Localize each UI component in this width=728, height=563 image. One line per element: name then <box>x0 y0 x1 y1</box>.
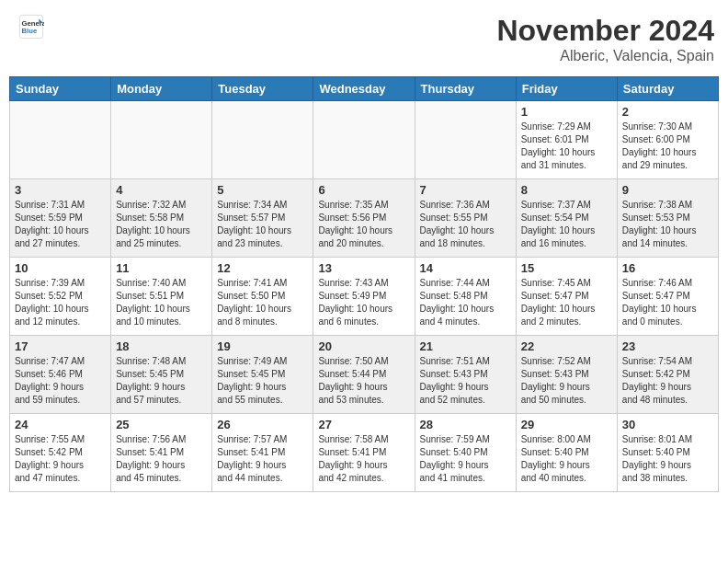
calendar-day: 28Sunrise: 7:59 AM Sunset: 5:40 PM Dayli… <box>415 414 516 492</box>
day-info: Sunrise: 7:29 AM Sunset: 6:01 PM Dayligh… <box>521 121 612 172</box>
calendar-day: 15Sunrise: 7:45 AM Sunset: 5:47 PM Dayli… <box>516 258 617 336</box>
day-info: Sunrise: 7:37 AM Sunset: 5:54 PM Dayligh… <box>521 199 612 250</box>
calendar-day <box>313 101 415 179</box>
day-info: Sunrise: 7:43 AM Sunset: 5:49 PM Dayligh… <box>318 277 409 328</box>
day-number: 13 <box>318 261 409 275</box>
calendar-day <box>415 101 516 179</box>
calendar-day: 8Sunrise: 7:37 AM Sunset: 5:54 PM Daylig… <box>516 179 617 258</box>
day-number: 26 <box>217 418 308 431</box>
col-header-monday: Monday <box>111 77 212 101</box>
day-info: Sunrise: 7:36 AM Sunset: 5:55 PM Dayligh… <box>420 199 511 250</box>
calendar-day: 20Sunrise: 7:50 AM Sunset: 5:44 PM Dayli… <box>313 336 415 414</box>
title-block: November 2024 Alberic, Valencia, Spain <box>496 14 714 64</box>
calendar-day <box>212 101 313 179</box>
day-info: Sunrise: 8:00 AM Sunset: 5:40 PM Dayligh… <box>521 433 612 485</box>
calendar-day: 10Sunrise: 7:39 AM Sunset: 5:52 PM Dayli… <box>10 258 111 336</box>
day-number: 15 <box>521 261 612 275</box>
calendar-week-row-3: 17Sunrise: 7:47 AM Sunset: 5:46 PM Dayli… <box>10 336 719 414</box>
day-number: 10 <box>15 261 106 275</box>
day-number: 21 <box>420 339 511 353</box>
calendar-week-row-0: 1Sunrise: 7:29 AM Sunset: 6:01 PM Daylig… <box>10 101 719 179</box>
calendar-day: 21Sunrise: 7:51 AM Sunset: 5:43 PM Dayli… <box>415 336 516 414</box>
svg-text:Blue: Blue <box>22 27 38 35</box>
day-info: Sunrise: 7:35 AM Sunset: 5:56 PM Dayligh… <box>318 199 409 250</box>
calendar-week-row-2: 10Sunrise: 7:39 AM Sunset: 5:52 PM Dayli… <box>10 258 719 336</box>
day-info: Sunrise: 8:01 AM Sunset: 5:40 PM Dayligh… <box>622 433 713 485</box>
day-info: Sunrise: 7:59 AM Sunset: 5:40 PM Dayligh… <box>420 433 511 485</box>
calendar-day: 5Sunrise: 7:34 AM Sunset: 5:57 PM Daylig… <box>212 179 313 258</box>
calendar-day: 29Sunrise: 8:00 AM Sunset: 5:40 PM Dayli… <box>516 414 617 492</box>
day-number: 30 <box>622 418 713 431</box>
calendar-day: 11Sunrise: 7:40 AM Sunset: 5:51 PM Dayli… <box>111 258 212 336</box>
day-info: Sunrise: 7:32 AM Sunset: 5:58 PM Dayligh… <box>116 199 207 250</box>
day-number: 18 <box>116 339 207 353</box>
day-number: 14 <box>420 261 511 275</box>
calendar-day: 30Sunrise: 8:01 AM Sunset: 5:40 PM Dayli… <box>617 414 718 492</box>
day-info: Sunrise: 7:50 AM Sunset: 5:44 PM Dayligh… <box>318 355 409 407</box>
day-number: 5 <box>217 183 308 197</box>
col-header-thursday: Thursday <box>415 77 516 101</box>
day-info: Sunrise: 7:51 AM Sunset: 5:43 PM Dayligh… <box>420 355 511 407</box>
calendar-day: 6Sunrise: 7:35 AM Sunset: 5:56 PM Daylig… <box>313 179 415 258</box>
day-number: 2 <box>622 105 713 119</box>
location: Alberic, Valencia, Spain <box>496 48 714 64</box>
day-info: Sunrise: 7:56 AM Sunset: 5:41 PM Dayligh… <box>116 433 207 485</box>
day-info: Sunrise: 7:58 AM Sunset: 5:41 PM Dayligh… <box>318 433 409 485</box>
day-number: 23 <box>622 339 713 353</box>
day-info: Sunrise: 7:48 AM Sunset: 5:45 PM Dayligh… <box>116 355 207 407</box>
day-number: 19 <box>217 339 308 353</box>
day-number: 28 <box>420 418 511 431</box>
day-number: 9 <box>622 183 713 197</box>
day-info: Sunrise: 7:34 AM Sunset: 5:57 PM Dayligh… <box>217 199 308 250</box>
day-number: 3 <box>15 183 106 197</box>
calendar-day <box>111 101 212 179</box>
day-info: Sunrise: 7:49 AM Sunset: 5:45 PM Dayligh… <box>217 355 308 407</box>
calendar-day: 1Sunrise: 7:29 AM Sunset: 6:01 PM Daylig… <box>516 101 617 179</box>
day-number: 6 <box>318 183 409 197</box>
day-info: Sunrise: 7:44 AM Sunset: 5:48 PM Dayligh… <box>420 277 511 328</box>
day-number: 8 <box>521 183 612 197</box>
day-number: 1 <box>521 105 612 119</box>
day-info: Sunrise: 7:31 AM Sunset: 5:59 PM Dayligh… <box>15 199 106 250</box>
calendar-day: 18Sunrise: 7:48 AM Sunset: 5:45 PM Dayli… <box>111 336 212 414</box>
day-info: Sunrise: 7:47 AM Sunset: 5:46 PM Dayligh… <box>15 355 106 407</box>
svg-text:General: General <box>22 19 45 28</box>
logo: General Blue <box>18 14 44 40</box>
day-number: 7 <box>420 183 511 197</box>
calendar-day: 12Sunrise: 7:41 AM Sunset: 5:50 PM Dayli… <box>212 258 313 336</box>
calendar-day <box>10 101 111 179</box>
calendar-day: 17Sunrise: 7:47 AM Sunset: 5:46 PM Dayli… <box>10 336 111 414</box>
day-info: Sunrise: 7:54 AM Sunset: 5:42 PM Dayligh… <box>622 355 713 407</box>
calendar-week-row-1: 3Sunrise: 7:31 AM Sunset: 5:59 PM Daylig… <box>10 179 719 258</box>
day-info: Sunrise: 7:52 AM Sunset: 5:43 PM Dayligh… <box>521 355 612 407</box>
day-info: Sunrise: 7:30 AM Sunset: 6:00 PM Dayligh… <box>622 121 713 172</box>
day-number: 20 <box>318 339 409 353</box>
calendar-day: 23Sunrise: 7:54 AM Sunset: 5:42 PM Dayli… <box>617 336 718 414</box>
day-number: 4 <box>116 183 207 197</box>
calendar-table: SundayMondayTuesdayWednesdayThursdayFrid… <box>9 76 719 492</box>
day-info: Sunrise: 7:40 AM Sunset: 5:51 PM Dayligh… <box>116 277 207 328</box>
day-number: 24 <box>15 418 106 431</box>
logo-icon: General Blue <box>18 14 44 40</box>
day-number: 29 <box>521 418 612 431</box>
calendar-day: 22Sunrise: 7:52 AM Sunset: 5:43 PM Dayli… <box>516 336 617 414</box>
calendar-day: 14Sunrise: 7:44 AM Sunset: 5:48 PM Dayli… <box>415 258 516 336</box>
calendar-day: 3Sunrise: 7:31 AM Sunset: 5:59 PM Daylig… <box>10 179 111 258</box>
calendar-header-row: SundayMondayTuesdayWednesdayThursdayFrid… <box>10 77 719 101</box>
day-info: Sunrise: 7:45 AM Sunset: 5:47 PM Dayligh… <box>521 277 612 328</box>
day-info: Sunrise: 7:39 AM Sunset: 5:52 PM Dayligh… <box>15 277 106 328</box>
col-header-wednesday: Wednesday <box>313 77 415 101</box>
day-number: 16 <box>622 261 713 275</box>
header: General Blue November 2024 Alberic, Vale… <box>9 9 719 69</box>
day-number: 12 <box>217 261 308 275</box>
month-title: November 2024 <box>496 14 714 48</box>
calendar-day: 16Sunrise: 7:46 AM Sunset: 5:47 PM Dayli… <box>617 258 718 336</box>
day-number: 25 <box>116 418 207 431</box>
calendar-day: 19Sunrise: 7:49 AM Sunset: 5:45 PM Dayli… <box>212 336 313 414</box>
calendar-day: 25Sunrise: 7:56 AM Sunset: 5:41 PM Dayli… <box>111 414 212 492</box>
day-number: 22 <box>521 339 612 353</box>
calendar-day: 7Sunrise: 7:36 AM Sunset: 5:55 PM Daylig… <box>415 179 516 258</box>
col-header-sunday: Sunday <box>10 77 111 101</box>
day-info: Sunrise: 7:57 AM Sunset: 5:41 PM Dayligh… <box>217 433 308 485</box>
calendar-week-row-4: 24Sunrise: 7:55 AM Sunset: 5:42 PM Dayli… <box>10 414 719 492</box>
